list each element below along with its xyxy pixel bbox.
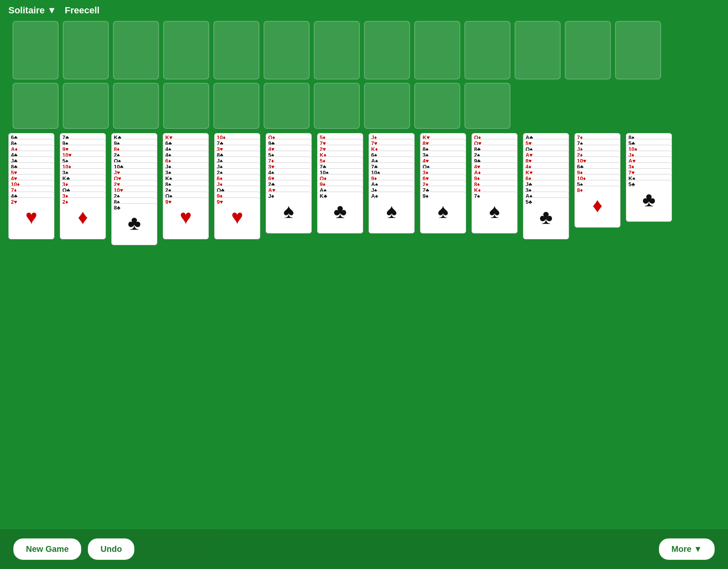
tableau-col-7: 5♦7♥2♥K♦5♦7♣10♠Q♦9♦A♠K♣♣ [317,133,365,233]
freecell-slot-11[interactable] [565,21,611,79]
card-13-9[interactable]: 5♣♣ [626,180,672,222]
freecell-slots [13,21,715,79]
foundation-slot-8[interactable] [414,83,460,129]
freecell-slot-2[interactable] [113,21,159,79]
bottom-bar: New Game Undo More ▼ [0,529,728,569]
freecell-slot-4[interactable] [213,21,259,79]
freecell-slot-3[interactable] [163,21,209,79]
foundation-slot-6[interactable] [314,83,360,129]
card-3-13[interactable]: 8♣♣ [111,203,157,245]
freecell-slot-8[interactable] [414,21,460,79]
tableau-col-8: J♦7♥K♦6♠A♠7♣10♠9♦A♠J♠A♠♠ [369,133,417,233]
card-5-12[interactable]: 9♥♥ [214,197,260,239]
card-4-12[interactable]: 9♥♥ [163,197,209,239]
undo-button[interactable]: Undo [87,538,135,561]
freecell-slot-12[interactable] [615,21,661,79]
card-6-11[interactable]: J♠♠ [266,192,312,233]
freecell-slot-5[interactable] [264,21,310,79]
card-12-10[interactable]: 8♦♦ [574,186,620,228]
foundation-slot-5[interactable] [264,83,310,129]
freecell-slot-6[interactable] [314,21,360,79]
freecell-slot-10[interactable] [515,21,561,79]
tableau-columns: 6♣8♠A♦4♣J♣8♣5♥4♥10♦7♦4♣2♥♥7♣9♠9♥10♥5♠10♦… [0,133,728,245]
foundation-slot-0[interactable] [13,83,59,129]
card-2-12[interactable]: 2♦♦ [60,197,106,239]
tableau-col-13: 8♠5♣10♦J♦A♥3♦7♥K♠5♣♣ [626,133,674,222]
foundation-slot-3[interactable] [163,83,209,129]
freecell-slot-9[interactable] [464,21,510,79]
freecell-slot-0[interactable] [13,21,59,79]
foundation-slot-4[interactable] [213,83,259,129]
card-8-11[interactable]: A♠♠ [369,192,415,233]
tableau-col-2: 7♣9♠9♥10♥5♠10♦3♠K♣3♦Q♣3♦2♦♦ [60,133,108,239]
tableau-col-11: A♣5♥Q♠A♥8♥4♦K♥6♦J♣3♠A♠5♣♣ [523,133,571,239]
foundation-slots [13,83,715,129]
tableau-col-3: K♣9♠8♦2♠Q♠10♣J♥Q♥2♥10♥2♠8♠8♣♣ [111,133,159,245]
card-7-11[interactable]: K♣♣ [317,192,363,233]
top-card-slots [0,21,728,129]
card-10-11[interactable]: 7♠♠ [472,192,518,233]
foundation-slot-9[interactable] [464,83,510,129]
more-button[interactable]: More ▼ [658,538,715,561]
tableau-col-4: K♥6♣4♠4♠6♦J♠3♠K♠8♠2♠Q♠9♥♥ [163,133,211,239]
new-game-button[interactable]: New Game [13,538,82,561]
tableau-col-6: Q♦9♣4♥5♠7♦3♥4♠6♥2♣A♥J♠♠ [266,133,314,233]
left-buttons: New Game Undo [13,538,135,561]
freecell-slot-1[interactable] [63,21,109,79]
foundation-slot-7[interactable] [364,83,410,129]
freecell-slot-7[interactable] [364,21,410,79]
tableau-col-12: 7♦7♠J♦2♦10♥6♣9♦10♦5♠8♦♦ [574,133,623,228]
foundation-slot-1[interactable] [63,83,109,129]
foundation-slot-2[interactable] [113,83,159,129]
solitaire-menu[interactable]: Solitaire ▼ [8,5,56,16]
freecell-title: Freecell [65,5,100,16]
card-1-12[interactable]: 2♥♥ [8,197,54,239]
tableau-col-5: 10♦7♣3♥8♣J♠J♠2♠6♦J♦Q♣9♦9♥♥ [214,133,262,239]
tableau-col-9: K♥8♥8♠3♠4♥Q♠3♦6♥2♦7♣9♠♠ [420,133,468,233]
tableau-col-10: Q♦Q♥8♣2♠9♣4♥A♦9♦8♦K♦7♠♠ [472,133,520,233]
card-9-11[interactable]: 9♠♠ [420,192,466,233]
card-11-12[interactable]: 5♣♣ [523,197,569,239]
tableau-col-1: 6♣8♠A♦4♣J♣8♣5♥4♥10♦7♦4♣2♥♥ [8,133,56,239]
